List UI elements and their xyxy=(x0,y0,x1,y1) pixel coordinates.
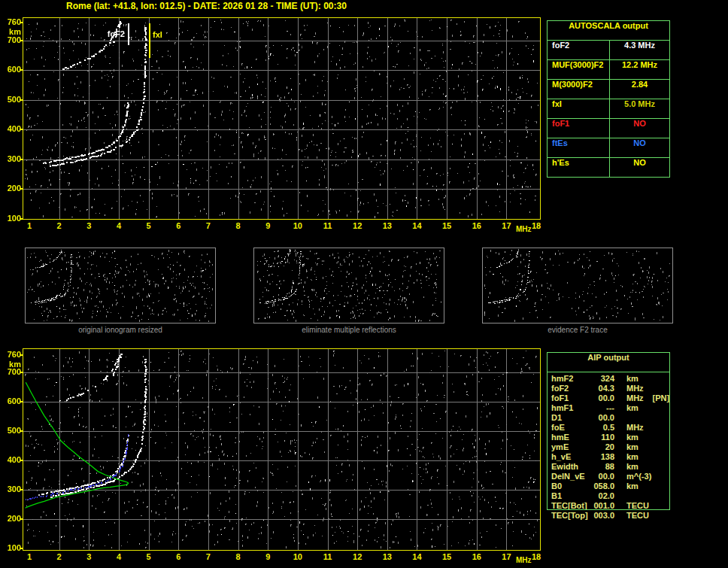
aip-row: hmE110km xyxy=(547,433,697,442)
x-tick-label: 17 xyxy=(498,222,514,230)
aip-param-value: 02.0 xyxy=(589,491,614,501)
y-tick-label: 700 xyxy=(1,36,21,44)
aip-row: DelN_vE00.0m^(-3) xyxy=(547,472,697,481)
y-tick-label: 300 xyxy=(1,155,21,163)
x-tick-label: 5 xyxy=(141,222,157,230)
autoscala-param-value: NO xyxy=(610,138,669,157)
x-tick-label: 13 xyxy=(379,553,396,561)
x-tick-label: 3 xyxy=(80,222,97,230)
aip-row: D100.0 xyxy=(547,413,697,423)
autoscala-row: ftEsNO xyxy=(548,138,669,158)
autoscala-row: foF1NO xyxy=(548,119,669,138)
y-tick-label: 200 xyxy=(1,515,21,523)
aip-param-unit: km xyxy=(626,433,639,442)
panel-caption-original: original ionogram resized xyxy=(25,326,216,334)
autoscala-param-label: M(3000)F2 xyxy=(548,80,610,99)
autoscala-param-value: 5.0 MHz xyxy=(610,99,669,118)
fxi-marker-label: fxI xyxy=(153,30,162,39)
y-tick-label: 400 xyxy=(1,125,21,133)
aip-row: foE0.5MHz xyxy=(547,423,697,433)
autoscala-row: MUF(3000)F212.2 MHz xyxy=(548,60,669,80)
x-tick-label: 14 xyxy=(408,553,425,561)
y-axis-unit: km xyxy=(1,28,21,36)
autoscala-param-label: foF2 xyxy=(548,41,610,59)
x-tick-label: 15 xyxy=(438,222,455,230)
aip-param-label: B0 xyxy=(551,481,589,491)
y-tick-label: 500 xyxy=(1,427,21,435)
autoscala-row: foF24.3 MHz xyxy=(548,41,669,60)
y-axis-tick-mark xyxy=(20,69,23,71)
aip-param-value: 001.0 xyxy=(589,501,614,511)
aip-param-value: 324 xyxy=(589,374,614,384)
panel-original-ionogram xyxy=(25,248,216,323)
top-ionogram-plot xyxy=(23,17,541,220)
aip-row: foF204.3MHz xyxy=(547,384,697,393)
autoscala-table-rows: foF24.3 MHzMUF(3000)F212.2 MHzM(3000)F22… xyxy=(548,41,669,177)
x-tick-label: 2 xyxy=(51,222,68,230)
x-tick-label: 6 xyxy=(170,222,187,230)
aip-param-label: TEC[Bot] xyxy=(551,501,589,511)
top-ionogram-canvas xyxy=(23,18,540,219)
autoscala-param-label: MUF(3000)F2 xyxy=(548,60,610,79)
bottom-ionogram-plot xyxy=(23,348,541,551)
y-axis-tick-mark xyxy=(20,430,23,432)
aip-param-unit: MHz xyxy=(626,423,644,433)
aip-param-label: foF2 xyxy=(551,384,589,393)
x-tick-label: 16 xyxy=(469,553,485,561)
aip-param-label: TEC[Top] xyxy=(551,511,589,521)
aip-param-label: ymE xyxy=(551,442,589,452)
y-tick-label: 500 xyxy=(1,96,21,104)
y-axis-tick-mark xyxy=(20,129,23,130)
autoscala-param-value: 12.2 MHz xyxy=(610,60,669,79)
aip-param-label: h_vE xyxy=(551,452,589,462)
aip-param-label: DelN_vE xyxy=(551,472,589,481)
x-tick-label: 3 xyxy=(80,553,97,561)
panel-evidence-f2-canvas xyxy=(483,248,672,323)
x-tick-label: 7 xyxy=(200,553,217,561)
x-tick-label: 1 xyxy=(21,553,38,561)
x-axis-unit: MHz xyxy=(516,226,532,233)
aip-param-value: 88 xyxy=(589,462,614,472)
x-tick-label: 6 xyxy=(170,553,187,561)
panel-eliminate-reflections xyxy=(253,248,444,323)
y-tick-label: 100 xyxy=(1,544,21,552)
aip-param-unit: km xyxy=(626,481,639,491)
x-tick-label: 12 xyxy=(349,553,366,561)
x-tick-label: 16 xyxy=(469,222,485,230)
aip-table-title: AIP output xyxy=(548,353,669,372)
aip-row: ymE20km xyxy=(547,442,697,452)
aip-param-value: 0.5 xyxy=(589,423,614,433)
x-tick-label: 11 xyxy=(320,553,336,561)
y-axis-tick-mark xyxy=(20,159,23,160)
autoscala-output-table: AUTOSCALA output foF24.3 MHzMUF(3000)F21… xyxy=(547,20,670,178)
x-tick-label: 12 xyxy=(349,222,366,230)
aip-row: foF100.0MHz[PN] xyxy=(547,393,697,403)
aip-row: B0058.0km xyxy=(547,481,697,491)
y-tick-label: 300 xyxy=(1,485,21,494)
y-tick-label: 760 xyxy=(1,18,21,26)
aip-param-unit: MHz xyxy=(626,384,644,393)
y-axis-tick-mark xyxy=(20,460,23,461)
y-tick-label: 600 xyxy=(1,397,21,405)
x-tick-label: 7 xyxy=(200,222,217,230)
aip-param-unit: TECU xyxy=(626,501,649,511)
aip-param-unit: km xyxy=(626,452,639,462)
panel-eliminate-reflections-canvas xyxy=(254,248,444,323)
aip-param-label: B1 xyxy=(551,491,589,501)
aip-row: hmF1---km xyxy=(547,403,697,413)
y-axis-tick-mark xyxy=(20,218,23,220)
aip-param-value: 20 xyxy=(589,442,614,452)
y-tick-label: 600 xyxy=(1,65,21,74)
aip-param-value: --- xyxy=(589,403,614,413)
aip-param-note: [PN] xyxy=(653,393,670,403)
panel-original-ionogram-canvas xyxy=(26,248,215,323)
aip-row: B102.0 xyxy=(547,491,697,501)
y-axis-unit: km xyxy=(1,360,21,369)
panel-evidence-f2 xyxy=(482,248,673,323)
aip-param-value: 003.0 xyxy=(589,511,614,521)
aip-row: h_vE138km xyxy=(547,452,697,462)
y-axis-tick-mark xyxy=(20,372,23,373)
aip-param-label: hmE xyxy=(551,433,589,442)
y-tick-label: 200 xyxy=(1,184,21,193)
aip-param-unit: km xyxy=(626,442,639,452)
